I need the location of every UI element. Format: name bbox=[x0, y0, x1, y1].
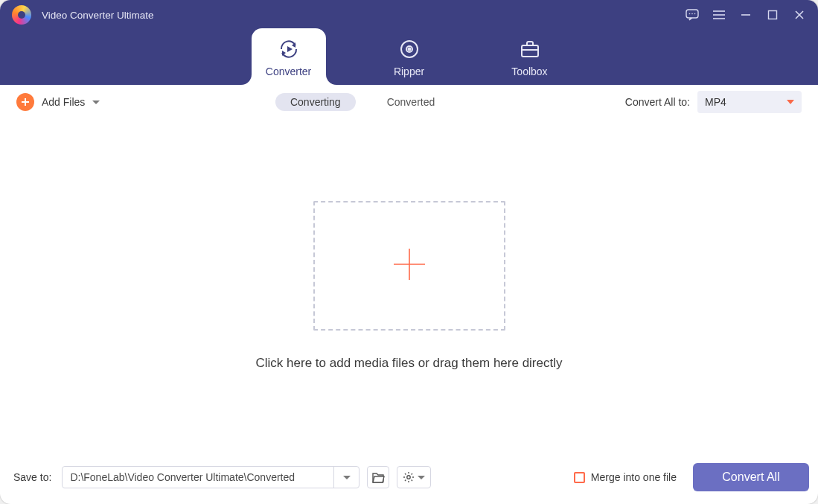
save-to-label: Save to: bbox=[9, 471, 51, 483]
svg-point-3 bbox=[694, 13, 696, 15]
format-select[interactable]: MP4 bbox=[697, 91, 802, 113]
bottom-bar: Save to: D:\FoneLab\Video Converter Ulti… bbox=[9, 458, 809, 497]
status-tabs: Converting Converted bbox=[275, 93, 450, 111]
feedback-icon[interactable] bbox=[686, 8, 699, 22]
save-path-dropdown[interactable] bbox=[333, 467, 359, 488]
tab-label: Converter bbox=[266, 66, 311, 77]
tab-ripper[interactable]: Ripper bbox=[372, 28, 447, 85]
converter-icon bbox=[278, 39, 300, 60]
svg-point-23 bbox=[407, 476, 410, 479]
svg-point-16 bbox=[408, 48, 410, 51]
app-logo-icon bbox=[12, 5, 31, 25]
merge-label: Merge into one file bbox=[591, 471, 677, 483]
ripper-icon bbox=[399, 39, 420, 60]
merge-checkbox[interactable]: Merge into one file bbox=[574, 471, 677, 483]
svg-point-2 bbox=[691, 13, 693, 15]
convert-all-to: Convert All to: MP4 bbox=[625, 91, 802, 113]
main-tabs: Converter Ripper Toolbox bbox=[0, 28, 818, 85]
svg-point-1 bbox=[689, 13, 691, 15]
tab-converter[interactable]: Converter bbox=[252, 28, 326, 85]
tab-label: Ripper bbox=[394, 66, 424, 77]
settings-button[interactable] bbox=[397, 466, 431, 488]
checkbox-icon bbox=[574, 472, 585, 483]
format-selected: MP4 bbox=[705, 96, 726, 108]
maximize-icon[interactable] bbox=[766, 8, 779, 22]
svg-rect-17 bbox=[522, 45, 538, 57]
chevron-down-icon bbox=[787, 100, 794, 104]
app-window: Video Converter Ultimate bbox=[0, 0, 818, 504]
convert-all-to-label: Convert All to: bbox=[625, 96, 690, 108]
status-tab-converted[interactable]: Converted bbox=[372, 93, 450, 111]
toolbar: Add Files Converting Converted Convert A… bbox=[0, 85, 818, 119]
app-title: Video Converter Ultimate bbox=[42, 10, 154, 21]
drop-hint: Click here to add media files or drag th… bbox=[256, 356, 563, 371]
toolbox-icon bbox=[520, 39, 540, 60]
open-folder-button[interactable] bbox=[367, 466, 389, 488]
svg-rect-8 bbox=[769, 11, 777, 19]
tab-toolbox[interactable]: Toolbox bbox=[493, 28, 567, 85]
add-files-button[interactable]: Add Files bbox=[16, 93, 100, 111]
menu-icon[interactable] bbox=[712, 8, 726, 22]
convert-all-button[interactable]: Convert All bbox=[693, 463, 809, 491]
svg-marker-13 bbox=[287, 46, 293, 52]
header: Video Converter Ultimate bbox=[0, 0, 818, 85]
save-path-box: D:\FoneLab\Video Converter Ultimate\Conv… bbox=[62, 466, 360, 488]
main-area: Click here to add media files or drag th… bbox=[9, 119, 809, 452]
title-bar: Video Converter Ultimate bbox=[0, 0, 818, 30]
chevron-down-icon bbox=[343, 476, 351, 479]
drop-zone[interactable] bbox=[313, 201, 505, 331]
plus-icon bbox=[391, 246, 428, 286]
close-icon[interactable] bbox=[793, 8, 806, 22]
plus-icon bbox=[16, 93, 34, 111]
save-path[interactable]: D:\FoneLab\Video Converter Ultimate\Conv… bbox=[63, 471, 333, 483]
chevron-down-icon bbox=[418, 476, 425, 479]
chevron-down-icon bbox=[92, 101, 100, 104]
tab-label: Toolbox bbox=[511, 66, 547, 77]
window-controls bbox=[686, 8, 806, 22]
add-files-label: Add Files bbox=[42, 96, 85, 108]
status-tab-converting[interactable]: Converting bbox=[275, 93, 356, 111]
minimize-icon[interactable] bbox=[739, 8, 753, 22]
